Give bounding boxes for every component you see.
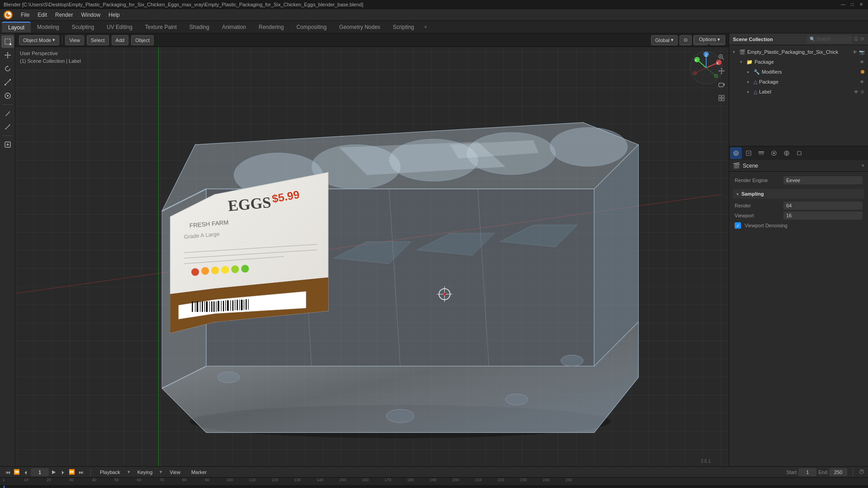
end-frame-input[interactable]: 250: [829, 468, 847, 476]
jump-forward-button[interactable]: ⏩: [68, 468, 76, 476]
current-frame-input[interactable]: 1: [31, 468, 49, 476]
view-menu-timeline[interactable]: View: [166, 468, 184, 476]
tab-texture-paint[interactable]: Texture Paint: [139, 22, 183, 33]
outliner-sync[interactable]: ⟳: [860, 36, 864, 42]
select-menu[interactable]: Select: [87, 35, 109, 45]
maximize-button[interactable]: □: [849, 1, 855, 8]
window-controls[interactable]: — □ ✕: [840, 1, 864, 8]
view-menu[interactable]: View: [65, 35, 84, 45]
modifier-icon: 🔧: [754, 69, 760, 75]
timeline-track[interactable]: 1102030405060708090100110120130140150160…: [0, 478, 868, 488]
scene-camera-icon[interactable]: 📷: [859, 50, 864, 55]
viewport-right-tools: [714, 50, 729, 466]
mesh-eye-icon[interactable]: 👁: [860, 80, 864, 84]
tab-scripting[interactable]: Scripting: [387, 22, 420, 33]
jump-start-button[interactable]: ⏮: [4, 468, 12, 476]
tab-compositing[interactable]: Compositing: [290, 22, 333, 33]
outliner-item-package-mesh[interactable]: ▸ △ Package 👁: [745, 77, 866, 87]
sampling-header[interactable]: ▾ Sampling: [733, 189, 864, 199]
scene-icon: 🎬: [739, 49, 745, 55]
menu-render[interactable]: Render: [52, 10, 76, 19]
move-tool[interactable]: [1, 49, 14, 61]
viewport-samples-value[interactable]: 16: [783, 211, 863, 220]
timeline-canvas: [0, 486, 868, 488]
proportional-edit[interactable]: ⊙: [679, 35, 692, 45]
frame-range: Start 1 End 250: [786, 468, 847, 476]
tab-uv-editing[interactable]: UV Editing: [100, 22, 139, 33]
viewport-mode-text: User Perspective: [20, 50, 81, 57]
rotate-tool[interactable]: [1, 62, 14, 75]
marker-menu[interactable]: Marker: [188, 468, 210, 476]
zoom-view-tool[interactable]: [716, 52, 727, 63]
viewport[interactable]: Object Mode ▾ View Select Add Object Glo…: [15, 33, 729, 466]
outliner-item-modifiers[interactable]: ▸ 🔧 Modifiers: [745, 67, 866, 77]
scale-tool[interactable]: [1, 76, 14, 89]
annotate-tool[interactable]: [1, 107, 14, 120]
menu-window[interactable]: Window: [77, 10, 104, 19]
grid-view-tool[interactable]: [716, 92, 727, 104]
start-frame-input[interactable]: 1: [798, 468, 816, 476]
measure-tool[interactable]: [1, 121, 14, 133]
add-menu[interactable]: Add: [112, 35, 129, 45]
step-back-button[interactable]: ⏴: [22, 468, 30, 476]
tab-animation[interactable]: Animation: [216, 22, 252, 33]
prop-tab-render[interactable]: [730, 147, 742, 159]
timeline-tick-60: 60: [137, 478, 142, 482]
prop-tab-world[interactable]: [781, 147, 793, 159]
outliner-item-package-collection[interactable]: ▾ 📁 Package 👁: [738, 57, 866, 67]
menu-help[interactable]: Help: [105, 10, 123, 19]
jump-end-button[interactable]: ⏭: [77, 468, 85, 476]
playback-menu[interactable]: Playback: [96, 468, 124, 476]
timeline-tick-100: 100: [226, 478, 233, 482]
camera-view-tool[interactable]: [716, 79, 727, 90]
prop-tab-object[interactable]: [793, 147, 805, 159]
prop-tab-scene[interactable]: [768, 147, 780, 159]
svg-rect-85: [719, 83, 723, 87]
pan-view-tool[interactable]: [716, 65, 727, 77]
tree-expand-scene: ▾: [733, 50, 737, 54]
object-mode-dropdown[interactable]: Object Mode ▾: [19, 35, 59, 45]
add-workspace-button[interactable]: +: [420, 22, 431, 32]
prop-tab-output[interactable]: [743, 147, 755, 159]
select-box-tool[interactable]: [1, 35, 14, 48]
tab-sculpting[interactable]: Sculpting: [66, 22, 100, 33]
minimize-button[interactable]: —: [840, 1, 846, 8]
close-button[interactable]: ✕: [858, 1, 864, 8]
timeline-tick-50: 50: [114, 478, 119, 482]
object-menu[interactable]: Object: [131, 35, 154, 45]
mesh-vis-icons: 👁: [860, 80, 864, 84]
label-render-icon[interactable]: ⚙: [860, 89, 864, 94]
transform-tool[interactable]: [1, 89, 14, 102]
render-engine-value[interactable]: Eevee: [783, 176, 863, 184]
tab-layout[interactable]: Layout: [2, 22, 31, 33]
scene-eye-icon[interactable]: 👁: [853, 50, 857, 55]
outliner-filter[interactable]: ☰: [854, 36, 859, 42]
tab-modeling[interactable]: Modeling: [31, 22, 66, 33]
tab-shading[interactable]: Shading: [183, 22, 216, 33]
outliner-item-scene[interactable]: ▾ 🎬 Empty_Plastic_Packaging_for_Six_Chic…: [731, 47, 866, 57]
denoising-checkbox[interactable]: ✓: [735, 222, 741, 229]
menu-file[interactable]: File: [17, 10, 33, 19]
keying-arrow[interactable]: ▾: [160, 469, 162, 475]
global-transform[interactable]: Global ▾: [651, 35, 678, 45]
left-toolbar: [0, 33, 15, 466]
menu-edit[interactable]: Edit: [34, 10, 51, 19]
prop-tab-view-layer[interactable]: [755, 147, 767, 159]
render-samples-value[interactable]: 64: [783, 202, 863, 210]
label-mesh-label: Label: [759, 89, 852, 94]
svg-rect-94: [759, 153, 764, 154]
label-eye-icon[interactable]: 👁: [854, 89, 859, 94]
play-button[interactable]: ▶: [50, 468, 58, 476]
tab-geometry-nodes[interactable]: Geometry Nodes: [333, 22, 387, 33]
end-label: End: [818, 469, 827, 475]
playback-arrow[interactable]: ▾: [127, 469, 130, 475]
options-button[interactable]: Options ▾: [694, 35, 725, 44]
add-object-tool[interactable]: [1, 138, 14, 151]
keying-menu[interactable]: Keying: [134, 468, 156, 476]
tab-rendering[interactable]: Rendering: [252, 22, 290, 33]
step-forward-button[interactable]: ⏵: [59, 468, 67, 476]
jump-back-button[interactable]: ⏪: [13, 468, 21, 476]
outliner-search[interactable]: 🔍 Search: [807, 35, 852, 43]
package-eye-icon[interactable]: 👁: [860, 60, 864, 65]
outliner-item-label-mesh[interactable]: ▸ △ Label 👁 ⚙: [745, 87, 866, 97]
